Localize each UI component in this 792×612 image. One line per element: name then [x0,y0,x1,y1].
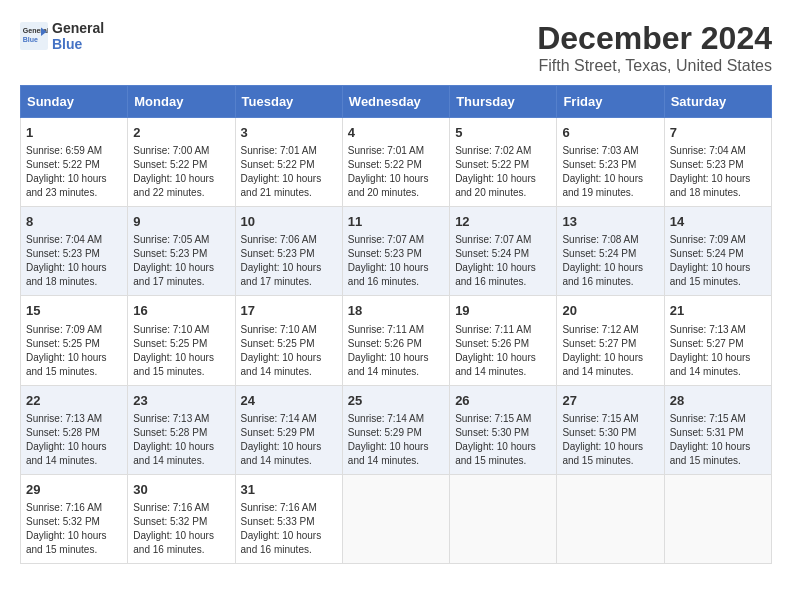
sunset: Sunset: 5:27 PM [670,338,744,349]
calendar-week-row: 8Sunrise: 7:04 AMSunset: 5:23 PMDaylight… [21,207,772,296]
daylight: Daylight: 10 hours and 15 minutes. [670,441,751,466]
sunset: Sunset: 5:22 PM [26,159,100,170]
calendar-cell: 30Sunrise: 7:16 AMSunset: 5:32 PMDayligh… [128,474,235,563]
calendar-cell: 4Sunrise: 7:01 AMSunset: 5:22 PMDaylight… [342,118,449,207]
sunrise: Sunrise: 7:05 AM [133,234,209,245]
calendar-cell: 25Sunrise: 7:14 AMSunset: 5:29 PMDayligh… [342,385,449,474]
calendar-cell [557,474,664,563]
calendar-cell: 16Sunrise: 7:10 AMSunset: 5:25 PMDayligh… [128,296,235,385]
calendar-cell: 11Sunrise: 7:07 AMSunset: 5:23 PMDayligh… [342,207,449,296]
column-header-thursday: Thursday [450,86,557,118]
day-number: 25 [348,392,444,410]
logo-text-line2: Blue [52,36,104,52]
day-number: 1 [26,124,122,142]
calendar-cell [664,474,771,563]
sunset: Sunset: 5:23 PM [133,248,207,259]
calendar-cell: 18Sunrise: 7:11 AMSunset: 5:26 PMDayligh… [342,296,449,385]
sunset: Sunset: 5:22 PM [241,159,315,170]
calendar-cell: 6Sunrise: 7:03 AMSunset: 5:23 PMDaylight… [557,118,664,207]
day-number: 13 [562,213,658,231]
day-number: 3 [241,124,337,142]
sunset: Sunset: 5:24 PM [455,248,529,259]
daylight: Daylight: 10 hours and 14 minutes. [241,441,322,466]
sunrise: Sunrise: 7:16 AM [26,502,102,513]
daylight: Daylight: 10 hours and 16 minutes. [241,530,322,555]
calendar-cell: 10Sunrise: 7:06 AMSunset: 5:23 PMDayligh… [235,207,342,296]
sunrise: Sunrise: 7:10 AM [133,324,209,335]
daylight: Daylight: 10 hours and 14 minutes. [133,441,214,466]
day-number: 24 [241,392,337,410]
daylight: Daylight: 10 hours and 14 minutes. [562,352,643,377]
calendar-cell: 3Sunrise: 7:01 AMSunset: 5:22 PMDaylight… [235,118,342,207]
daylight: Daylight: 10 hours and 20 minutes. [348,173,429,198]
day-number: 14 [670,213,766,231]
sunset: Sunset: 5:26 PM [348,338,422,349]
day-number: 7 [670,124,766,142]
day-number: 30 [133,481,229,499]
sunrise: Sunrise: 7:04 AM [670,145,746,156]
column-header-sunday: Sunday [21,86,128,118]
daylight: Daylight: 10 hours and 16 minutes. [455,262,536,287]
sunset: Sunset: 5:25 PM [241,338,315,349]
daylight: Daylight: 10 hours and 20 minutes. [455,173,536,198]
sunset: Sunset: 5:29 PM [348,427,422,438]
daylight: Daylight: 10 hours and 15 minutes. [26,530,107,555]
sunset: Sunset: 5:23 PM [26,248,100,259]
sunrise: Sunrise: 7:09 AM [670,234,746,245]
sunrise: Sunrise: 7:15 AM [562,413,638,424]
daylight: Daylight: 10 hours and 15 minutes. [133,352,214,377]
day-number: 11 [348,213,444,231]
sunset: Sunset: 5:26 PM [455,338,529,349]
day-number: 19 [455,302,551,320]
calendar-cell: 5Sunrise: 7:02 AMSunset: 5:22 PMDaylight… [450,118,557,207]
calendar-cell: 19Sunrise: 7:11 AMSunset: 5:26 PMDayligh… [450,296,557,385]
column-header-monday: Monday [128,86,235,118]
logo: General Blue General Blue [20,20,104,52]
daylight: Daylight: 10 hours and 15 minutes. [670,262,751,287]
daylight: Daylight: 10 hours and 14 minutes. [26,441,107,466]
sunrise: Sunrise: 7:13 AM [26,413,102,424]
sunrise: Sunrise: 7:16 AM [241,502,317,513]
sunrise: Sunrise: 7:15 AM [670,413,746,424]
sunrise: Sunrise: 7:07 AM [348,234,424,245]
calendar-week-row: 15Sunrise: 7:09 AMSunset: 5:25 PMDayligh… [21,296,772,385]
sunrise: Sunrise: 7:03 AM [562,145,638,156]
sunrise: Sunrise: 6:59 AM [26,145,102,156]
sunrise: Sunrise: 7:16 AM [133,502,209,513]
daylight: Daylight: 10 hours and 16 minutes. [562,262,643,287]
calendar-cell: 1Sunrise: 6:59 AMSunset: 5:22 PMDaylight… [21,118,128,207]
calendar-cell: 26Sunrise: 7:15 AMSunset: 5:30 PMDayligh… [450,385,557,474]
day-number: 27 [562,392,658,410]
sunset: Sunset: 5:29 PM [241,427,315,438]
daylight: Daylight: 10 hours and 14 minutes. [241,352,322,377]
sunrise: Sunrise: 7:11 AM [455,324,531,335]
day-number: 9 [133,213,229,231]
calendar-cell: 21Sunrise: 7:13 AMSunset: 5:27 PMDayligh… [664,296,771,385]
calendar-cell: 2Sunrise: 7:00 AMSunset: 5:22 PMDaylight… [128,118,235,207]
day-number: 16 [133,302,229,320]
sunrise: Sunrise: 7:12 AM [562,324,638,335]
calendar-cell: 28Sunrise: 7:15 AMSunset: 5:31 PMDayligh… [664,385,771,474]
sunset: Sunset: 5:32 PM [133,516,207,527]
calendar-cell: 29Sunrise: 7:16 AMSunset: 5:32 PMDayligh… [21,474,128,563]
column-header-wednesday: Wednesday [342,86,449,118]
calendar-cell: 31Sunrise: 7:16 AMSunset: 5:33 PMDayligh… [235,474,342,563]
sunset: Sunset: 5:32 PM [26,516,100,527]
day-number: 26 [455,392,551,410]
daylight: Daylight: 10 hours and 18 minutes. [26,262,107,287]
daylight: Daylight: 10 hours and 21 minutes. [241,173,322,198]
calendar-cell: 20Sunrise: 7:12 AMSunset: 5:27 PMDayligh… [557,296,664,385]
sunrise: Sunrise: 7:10 AM [241,324,317,335]
column-header-friday: Friday [557,86,664,118]
daylight: Daylight: 10 hours and 22 minutes. [133,173,214,198]
day-number: 23 [133,392,229,410]
sunrise: Sunrise: 7:01 AM [348,145,424,156]
calendar-cell: 9Sunrise: 7:05 AMSunset: 5:23 PMDaylight… [128,207,235,296]
calendar-cell: 14Sunrise: 7:09 AMSunset: 5:24 PMDayligh… [664,207,771,296]
sunrise: Sunrise: 7:13 AM [133,413,209,424]
daylight: Daylight: 10 hours and 23 minutes. [26,173,107,198]
main-title: December 2024 [537,20,772,57]
day-number: 4 [348,124,444,142]
calendar-cell: 22Sunrise: 7:13 AMSunset: 5:28 PMDayligh… [21,385,128,474]
sunrise: Sunrise: 7:00 AM [133,145,209,156]
